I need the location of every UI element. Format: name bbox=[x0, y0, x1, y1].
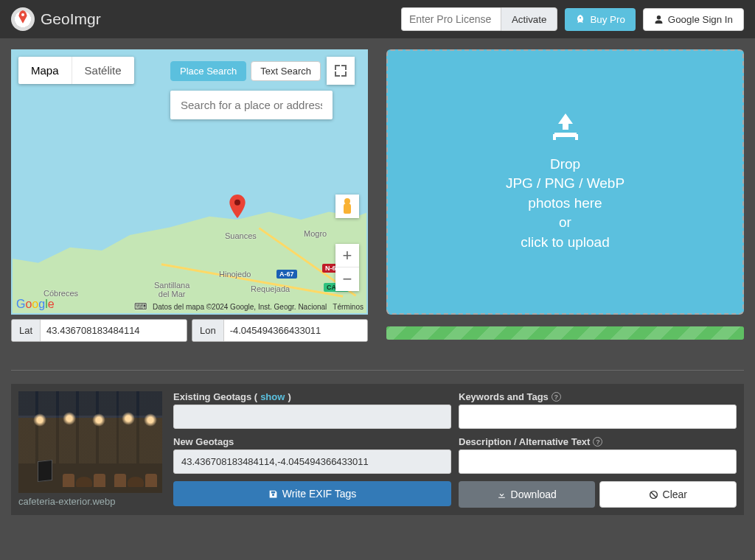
place-requejada: Requejada bbox=[251, 284, 290, 293]
place-santillana: Santillana del Mar bbox=[154, 281, 189, 298]
road-shield-a67: A-67 bbox=[276, 270, 297, 279]
thumbnail-filename: cafeteria-exterior.webp bbox=[18, 496, 162, 507]
activate-button[interactable]: Activate bbox=[501, 7, 557, 31]
lon-input[interactable] bbox=[224, 320, 367, 341]
lon-label: Lon bbox=[192, 320, 224, 341]
place-search-button[interactable]: Place Search bbox=[170, 61, 246, 81]
save-icon bbox=[268, 489, 278, 499]
license-input[interactable] bbox=[401, 7, 501, 31]
terms-link[interactable]: Términos bbox=[333, 303, 363, 311]
image-details-panel: cafeteria-exterior.webp Existing Geotags… bbox=[11, 384, 744, 515]
rocket-icon bbox=[575, 14, 585, 24]
fullscreen-icon bbox=[335, 65, 347, 77]
tab-satellite[interactable]: Satélite bbox=[72, 57, 134, 84]
clear-button[interactable]: Clear bbox=[599, 481, 737, 508]
pegman-control[interactable] bbox=[335, 195, 359, 218]
existing-geotags-input[interactable] bbox=[173, 405, 451, 429]
download-icon bbox=[497, 490, 507, 500]
upload-progress bbox=[386, 326, 744, 340]
divider bbox=[11, 370, 744, 371]
map-marker-icon[interactable] bbox=[229, 195, 246, 218]
pegman-icon bbox=[342, 198, 352, 214]
ban-icon bbox=[649, 490, 658, 500]
lat-group: Lat bbox=[11, 319, 187, 342]
header-bar: GeoImgr Activate Buy Pro Google Sign In bbox=[0, 0, 755, 38]
description-input[interactable] bbox=[459, 449, 737, 474]
show-link[interactable]: show bbox=[260, 391, 285, 402]
place-suances: Suances bbox=[225, 231, 257, 240]
license-group: Activate bbox=[401, 7, 557, 31]
map-type-tabs: Mapa Satélite bbox=[18, 57, 134, 84]
zoom-controls: + − bbox=[335, 244, 359, 291]
write-exif-button[interactable]: Write EXIF Tags bbox=[173, 481, 451, 506]
map-view[interactable]: A-67 N-6 CA-23 Suances Mogro Hinojedo Re… bbox=[11, 49, 368, 315]
help-icon[interactable]: ? bbox=[552, 392, 561, 402]
buy-pro-button[interactable]: Buy Pro bbox=[565, 8, 635, 31]
logo-icon bbox=[11, 7, 35, 31]
place-hinojedo: Hinojedo bbox=[219, 270, 251, 279]
new-geotags-label: New Geotags bbox=[173, 436, 451, 447]
keywords-input[interactable] bbox=[459, 405, 737, 429]
fullscreen-button[interactable] bbox=[327, 57, 355, 85]
upload-icon bbox=[549, 112, 582, 141]
download-button[interactable]: Download bbox=[459, 481, 595, 508]
place-search-input[interactable] bbox=[170, 91, 333, 119]
existing-geotags-label: Existing Geotags (show) bbox=[173, 391, 451, 402]
lat-label: Lat bbox=[12, 320, 41, 341]
user-icon bbox=[654, 15, 664, 24]
tab-map[interactable]: Mapa bbox=[18, 57, 72, 84]
keywords-label: Keywords and Tags ? bbox=[459, 391, 737, 402]
zoom-out-button[interactable]: − bbox=[335, 267, 359, 291]
lon-group: Lon bbox=[192, 319, 368, 342]
place-mogro: Mogro bbox=[304, 229, 327, 238]
upload-dropzone[interactable]: Drop JPG / PNG / WebP photos here or cli… bbox=[386, 49, 744, 315]
google-logo: Google bbox=[16, 298, 55, 311]
svg-rect-1 bbox=[554, 133, 577, 137]
google-signin-button[interactable]: Google Sign In bbox=[643, 8, 744, 31]
image-thumbnail[interactable] bbox=[18, 391, 162, 493]
keyboard-icon[interactable]: ⌨ bbox=[134, 301, 147, 312]
svg-rect-2 bbox=[553, 134, 556, 140]
svg-point-0 bbox=[234, 200, 240, 206]
svg-rect-3 bbox=[575, 134, 578, 140]
map-attribution: ⌨ Datos del mapa ©2024 Google, Inst. Geo… bbox=[134, 301, 363, 312]
brand[interactable]: GeoImgr bbox=[11, 7, 101, 31]
zoom-in-button[interactable]: + bbox=[335, 244, 359, 267]
text-search-button[interactable]: Text Search bbox=[251, 61, 321, 81]
place-cobreces: Cóbreces bbox=[44, 289, 78, 298]
help-icon[interactable]: ? bbox=[593, 437, 602, 447]
svg-line-5 bbox=[650, 491, 656, 497]
lat-input[interactable] bbox=[41, 320, 187, 341]
brand-text: GeoImgr bbox=[41, 10, 101, 28]
description-label: Description / Alternative Text ? bbox=[459, 436, 737, 447]
new-geotags-input[interactable] bbox=[173, 449, 451, 474]
